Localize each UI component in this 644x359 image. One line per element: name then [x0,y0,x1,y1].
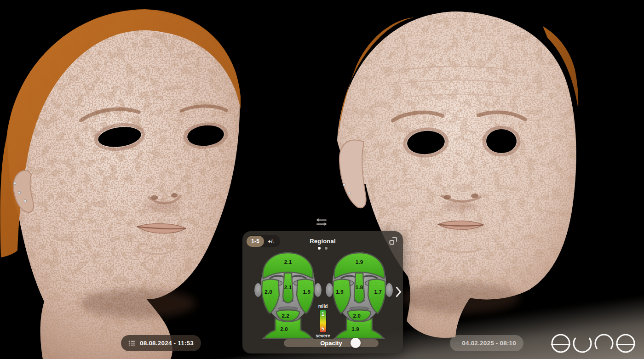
viewer-stage: 1-5 +/- Regional [0,0,644,359]
earring-stud [13,182,16,185]
right-capture-date-badge[interactable]: 04.02.2025 - 08:10 [450,335,523,351]
score-nose: 2.1 [284,285,292,290]
score-right-cheek: 1.9 [303,289,311,295]
popout-button[interactable] [388,236,398,246]
regional-scores-panel: 1-5 +/- Regional [242,231,403,353]
score-forehead: 2.1 [284,259,292,265]
score-chin: 2.0 [353,313,361,319]
earring-stud [24,199,27,202]
left-capture-date-badge[interactable]: 08.08.2024 - 11:53 [121,335,201,351]
right-capture-timestamp: 04.02.2025 - 08:10 [462,340,516,347]
session-list-icon [128,340,136,347]
swap-arrows-icon [315,217,328,228]
severity-scale: mild 1 5 severe [312,304,334,339]
left-capture-timestamp: 08.08.2024 - 11:53 [140,340,194,347]
right-eye-hole [486,129,517,153]
score-neck: 1.9 [351,326,359,332]
swap-views-button[interactable] [315,217,328,228]
scale-max-value: 5 [320,326,326,331]
opacity-slider-label: Opacity [284,340,379,347]
earring-stud [18,191,21,194]
aura-logo-glyphs [549,332,638,354]
score-chin: 2.2 [282,313,290,319]
score-nose: 1.8 [356,285,363,290]
score-right-cheek: 1.7 [374,289,382,295]
severity-gradient-bar: 1 5 [320,310,326,332]
page-dot-2[interactable] [325,247,328,250]
session-list-icon [457,340,458,347]
score-left-cheek: 1.9 [336,289,344,295]
opacity-slider-knob[interactable] [351,338,361,348]
next-page-button[interactable] [393,285,403,300]
chevron-right-icon [395,286,402,298]
opacity-slider[interactable]: Opacity [284,339,379,347]
page-dot-1[interactable] [318,247,321,250]
scale-min-label: mild [312,304,334,309]
left-face-scan[interactable] [0,9,241,359]
right-scan-ear [339,140,366,208]
panel-title: Regional [242,238,403,245]
popout-icon [388,236,398,246]
earring-stud [343,184,345,186]
score-left-cheek: 2.0 [264,289,272,295]
scale-min-value: 1 [320,311,326,317]
score-forehead: 1.9 [356,259,363,265]
page-dots [242,247,403,250]
aura-logo [549,332,638,354]
scale-max-label: severe [312,333,334,339]
earring-stud [348,192,351,194]
score-neck: 2.0 [280,326,288,332]
